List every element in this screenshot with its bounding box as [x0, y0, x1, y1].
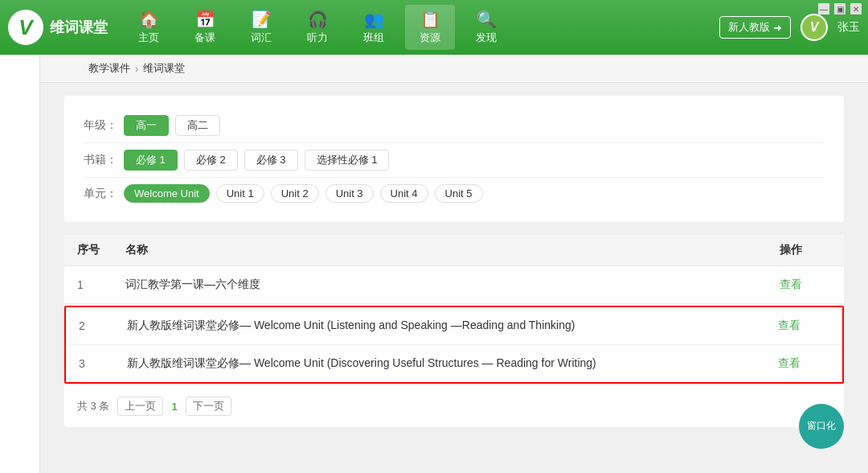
unit-option-3[interactable]: Unit 3	[326, 184, 374, 203]
pagination-current: 1	[171, 401, 177, 413]
breadcrumb-link-1[interactable]: 教学课件	[88, 61, 130, 76]
class-icon: 👥	[364, 10, 384, 29]
user-name: 张玉	[837, 20, 860, 35]
unit-label: 单元：	[84, 187, 124, 201]
restore-button[interactable]: ▣	[834, 3, 845, 14]
nav-item-home[interactable]: 🏠 主页	[124, 5, 174, 50]
logo-v-icon: V	[18, 15, 32, 40]
breadcrumb: 教学课件 › 维词课堂	[40, 55, 868, 83]
grade-options: 高一 高二	[124, 115, 220, 136]
float-btn-label: 窗口化	[807, 420, 836, 433]
nav-item-resources[interactable]: 📋 资源	[405, 5, 455, 50]
pagination: 共 3 条 上一页 1 下一页	[64, 385, 844, 427]
book-option-2[interactable]: 必修 3	[244, 150, 298, 171]
unit-option-1[interactable]: Unit 1	[216, 184, 264, 203]
grade-label: 年级：	[84, 118, 124, 133]
unit-option-2[interactable]: Unit 2	[271, 184, 319, 203]
unit-filter-row: 单元： Welcome Unit Unit 1 Unit 2 Unit 3 Un…	[84, 178, 825, 209]
col-num: 序号	[77, 243, 125, 257]
nav-item-listening[interactable]: 🎧 听力	[293, 5, 342, 50]
nav-label-home: 主页	[138, 31, 159, 45]
breadcrumb-separator: ›	[135, 63, 138, 75]
table-row: 2 新人教版维词课堂必修— Welcome Unit (Listening an…	[66, 307, 842, 345]
row-1-name: 词汇教学第一课—六个维度	[125, 278, 751, 292]
nav-item-prepare[interactable]: 📅 备课	[180, 5, 230, 50]
logo-circle: V	[8, 10, 43, 45]
arrow-right-icon: ➜	[773, 22, 782, 34]
logo-text: 维词课堂	[50, 18, 108, 37]
unit-option-4[interactable]: Unit 4	[380, 184, 428, 203]
row-3-name: 新人教版维词课堂必修— Welcome Unit (Discovering Us…	[127, 356, 749, 371]
pagination-prev-button[interactable]: 上一页	[117, 397, 163, 416]
row-2-num: 2	[79, 319, 127, 332]
row-3-num: 3	[79, 357, 127, 370]
pagination-total: 共 3 条	[77, 399, 109, 413]
home-icon: 🏠	[139, 10, 159, 29]
nav-label-listening: 听力	[307, 31, 328, 45]
prepare-icon: 📅	[195, 10, 215, 29]
book-label: 书籍：	[84, 153, 124, 167]
breadcrumb-current: 维词课堂	[143, 61, 185, 76]
resources-icon: 📋	[420, 10, 440, 29]
col-action: 操作	[751, 243, 831, 257]
user-avatar: V	[800, 14, 828, 41]
book-option-0[interactable]: 必修 1	[124, 150, 178, 171]
highlighted-rows-group: 2 新人教版维词课堂必修— Welcome Unit (Listening an…	[64, 306, 844, 384]
avatar-v-icon: V	[810, 20, 819, 35]
book-options: 必修 1 必修 2 必修 3 选择性必修 1	[124, 150, 389, 171]
unit-options: Welcome Unit Unit 1 Unit 2 Unit 3 Unit 4…	[124, 184, 483, 203]
float-window-button[interactable]: 窗口化	[799, 404, 844, 449]
nav-items: 🏠 主页 📅 备课 📝 词汇 🎧 听力 👥 班组 📋 资源	[124, 5, 719, 50]
grade-option-1[interactable]: 高二	[175, 115, 220, 136]
book-filter-row: 书籍： 必修 1 必修 2 必修 3 选择性必修 1	[84, 143, 825, 178]
listening-icon: 🎧	[308, 10, 328, 29]
table-row: 1 词汇教学第一课—六个维度 查看	[64, 266, 844, 304]
nav-label-resources: 资源	[420, 31, 440, 45]
table-header: 序号 名称 操作	[64, 235, 844, 266]
vocabulary-icon: 📝	[252, 10, 272, 29]
nav-item-class[interactable]: 👥 班组	[349, 5, 399, 50]
logo: V 维词课堂	[8, 10, 108, 45]
nav-right: 新人教版 ➜ V 张玉	[719, 14, 860, 41]
col-name: 名称	[125, 243, 751, 257]
nav-label-prepare: 备课	[194, 31, 215, 45]
new-edition-label: 新人教版	[728, 20, 770, 35]
unit-option-5[interactable]: Unit 5	[435, 184, 483, 203]
pagination-next-button[interactable]: 下一页	[186, 397, 231, 416]
nav-label-class: 班组	[363, 31, 384, 45]
minimize-button[interactable]: —	[818, 3, 829, 14]
row-2-name: 新人教版维词课堂必修— Welcome Unit (Listening and …	[127, 319, 749, 333]
nav-label-vocabulary: 词汇	[251, 31, 272, 45]
row-3-view-button[interactable]: 查看	[749, 356, 829, 371]
nav-label-discover: 发现	[476, 31, 497, 45]
table-row: 3 新人教版维词课堂必修— Welcome Unit (Discovering …	[66, 345, 842, 382]
book-option-3[interactable]: 选择性必修 1	[305, 150, 390, 171]
nav-item-vocabulary[interactable]: 📝 词汇	[236, 5, 286, 50]
grade-filter-row: 年级： 高一 高二	[84, 109, 825, 143]
table-card: 序号 名称 操作 1 词汇教学第一课—六个维度 查看 2 新人教版维词课堂必修—…	[64, 235, 844, 427]
new-edition-button[interactable]: 新人教版 ➜	[719, 16, 791, 39]
row-1-view-button[interactable]: 查看	[751, 278, 831, 292]
grade-option-0[interactable]: 高一	[124, 115, 169, 136]
close-button[interactable]: ✕	[850, 3, 862, 14]
book-option-1[interactable]: 必修 2	[184, 150, 238, 171]
row-1-num: 1	[77, 278, 125, 291]
filter-card: 年级： 高一 高二 书籍： 必修 1 必修 2 必修 3 选择性必修 1	[64, 96, 844, 222]
row-2-view-button[interactable]: 查看	[749, 319, 829, 333]
nav-item-discover[interactable]: 🔍 发现	[461, 5, 511, 50]
discover-icon: 🔍	[477, 10, 497, 29]
unit-option-0[interactable]: Welcome Unit	[124, 184, 210, 203]
